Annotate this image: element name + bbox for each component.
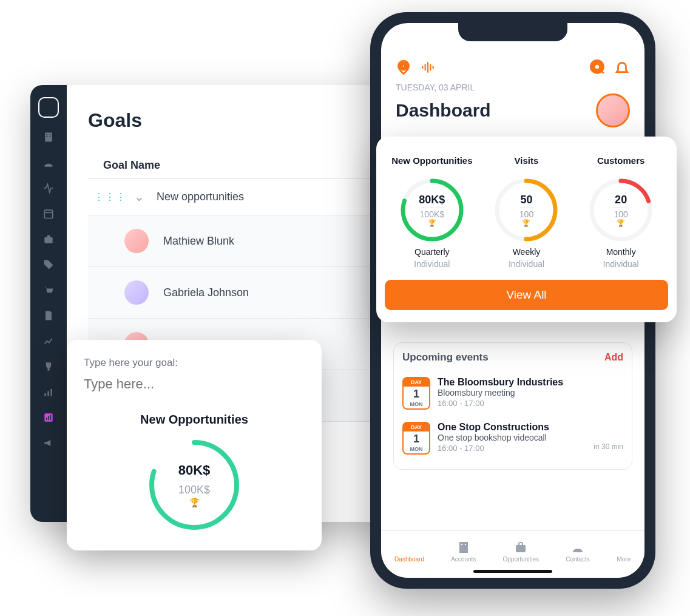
stat-value: 50 bbox=[519, 194, 533, 206]
trophy-icon[interactable] bbox=[42, 360, 55, 373]
svg-rect-33 bbox=[422, 66, 423, 69]
stat-title: New Opportunities bbox=[387, 149, 478, 173]
goal-input[interactable] bbox=[84, 373, 305, 401]
svg-rect-16 bbox=[47, 391, 49, 396]
stat-period: Quarterly bbox=[387, 247, 478, 257]
location-icon[interactable] bbox=[396, 59, 411, 75]
chart-bar-icon[interactable] bbox=[42, 386, 55, 398]
svg-rect-34 bbox=[425, 64, 426, 71]
person-name: Mathiew Blunk bbox=[163, 235, 391, 248]
bell-icon[interactable] bbox=[614, 59, 630, 75]
search-icon[interactable] bbox=[590, 59, 606, 75]
megaphone-icon[interactable] bbox=[42, 437, 55, 449]
tab-more[interactable]: More bbox=[617, 540, 631, 563]
event-item[interactable]: DAY 1 MON One Stop Constructions One sto… bbox=[402, 416, 623, 461]
tab-label: Dashboard bbox=[394, 556, 424, 563]
stat-value: 20 bbox=[614, 194, 627, 206]
stat-target: 100K$ bbox=[419, 208, 445, 219]
svg-point-8 bbox=[47, 158, 51, 163]
svg-point-1 bbox=[49, 104, 52, 107]
svg-rect-3 bbox=[45, 133, 52, 142]
person-icon[interactable] bbox=[42, 157, 55, 169]
svg-rect-5 bbox=[50, 134, 51, 135]
svg-rect-44 bbox=[459, 542, 468, 553]
event-title: The Bloomsbury Industries bbox=[438, 377, 623, 388]
upcoming-events-card: Upcoming events Add DAY 1 MON The Blooms… bbox=[393, 342, 632, 470]
activity-icon[interactable] bbox=[42, 182, 55, 194]
svg-point-32 bbox=[402, 64, 406, 69]
user-avatar[interactable] bbox=[596, 93, 630, 127]
building-icon[interactable] bbox=[42, 131, 55, 143]
sidebar bbox=[30, 85, 67, 522]
event-subtitle: Bloomsbury meeting bbox=[438, 388, 623, 398]
svg-rect-37 bbox=[433, 66, 434, 69]
person-avatar bbox=[124, 229, 149, 253]
stat-period: Monthly bbox=[575, 247, 666, 257]
svg-point-13 bbox=[50, 293, 52, 295]
event-title: One Stop Constructions bbox=[438, 422, 623, 433]
view-all-button[interactable]: View All bbox=[385, 280, 668, 310]
svg-point-40 bbox=[404, 542, 415, 553]
more-icon bbox=[617, 540, 631, 555]
tab-dashboard[interactable]: Dashboard bbox=[394, 540, 424, 563]
person-name: Gabriela Johnson bbox=[163, 286, 391, 299]
accounts-icon bbox=[456, 540, 471, 555]
cart-icon[interactable] bbox=[42, 284, 55, 296]
event-subtitle: One stop bookshop videocall bbox=[438, 433, 623, 442]
svg-point-2 bbox=[47, 108, 50, 111]
chart-line-icon[interactable] bbox=[42, 335, 55, 347]
svg-rect-6 bbox=[47, 136, 48, 137]
svg-point-51 bbox=[626, 546, 629, 549]
stat-ring: 80K$ 100K$ 🏆 bbox=[399, 177, 465, 243]
tag-icon[interactable] bbox=[42, 259, 55, 271]
stat-target: 100 bbox=[614, 208, 627, 219]
tab-contacts[interactable]: Contacts bbox=[566, 540, 589, 563]
trophy-icon: 🏆 bbox=[614, 219, 627, 227]
svg-rect-11 bbox=[44, 237, 52, 243]
svg-rect-47 bbox=[516, 545, 526, 552]
stat-scope: Individual bbox=[387, 259, 478, 269]
svg-rect-7 bbox=[50, 136, 51, 137]
svg-point-42 bbox=[410, 545, 412, 547]
goal-input-popup: Type here your goal: New Opportunities 8… bbox=[67, 340, 322, 550]
svg-point-43 bbox=[408, 549, 410, 550]
tab-label: Contacts bbox=[566, 556, 589, 563]
column-goal-name: Goal Name bbox=[103, 159, 160, 171]
tab-label: Opportunities bbox=[503, 556, 539, 563]
drag-handle-icon[interactable]: ⋮⋮⋮ bbox=[94, 191, 127, 203]
phone-notch bbox=[458, 23, 567, 41]
svg-point-48 bbox=[575, 543, 580, 547]
calendar-icon[interactable] bbox=[42, 208, 55, 220]
tab-opportunities[interactable]: Opportunities bbox=[503, 540, 539, 563]
analytics-icon[interactable] bbox=[42, 411, 55, 424]
dashboard-icon bbox=[402, 540, 417, 555]
svg-rect-45 bbox=[461, 544, 462, 545]
event-time: 16:00 - 17:00 bbox=[438, 444, 484, 453]
svg-rect-20 bbox=[48, 416, 49, 421]
svg-rect-9 bbox=[44, 210, 52, 218]
tab-accounts[interactable]: Accounts bbox=[451, 540, 476, 563]
svg-point-41 bbox=[407, 545, 408, 547]
home-indicator[interactable] bbox=[473, 570, 552, 573]
audio-wave-icon[interactable] bbox=[420, 59, 436, 75]
opportunities-icon bbox=[513, 540, 528, 555]
trophy-icon: 🏆 bbox=[178, 498, 211, 507]
events-title: Upcoming events bbox=[402, 351, 489, 364]
briefcase-icon[interactable] bbox=[42, 233, 55, 245]
add-event-button[interactable]: Add bbox=[604, 352, 623, 363]
goal-target: 100K$ bbox=[178, 481, 211, 496]
svg-rect-19 bbox=[46, 418, 47, 420]
svg-point-12 bbox=[47, 293, 49, 295]
event-time: 16:00 - 17:00 bbox=[438, 399, 484, 408]
goal-input-label: Type here your goal: bbox=[84, 357, 305, 369]
svg-rect-35 bbox=[427, 62, 428, 72]
app-logo[interactable] bbox=[38, 97, 59, 118]
stat-value: 80K$ bbox=[419, 194, 445, 206]
event-item[interactable]: DAY 1 MON The Bloomsbury Industries Bloo… bbox=[402, 371, 623, 416]
document-icon[interactable] bbox=[42, 310, 55, 322]
svg-rect-21 bbox=[50, 415, 52, 420]
stat-ring: 20 100 🏆 bbox=[587, 177, 654, 243]
trophy-icon: 🏆 bbox=[419, 219, 445, 227]
svg-point-50 bbox=[623, 546, 625, 549]
chevron-down-icon[interactable]: ⌄ bbox=[134, 189, 144, 204]
